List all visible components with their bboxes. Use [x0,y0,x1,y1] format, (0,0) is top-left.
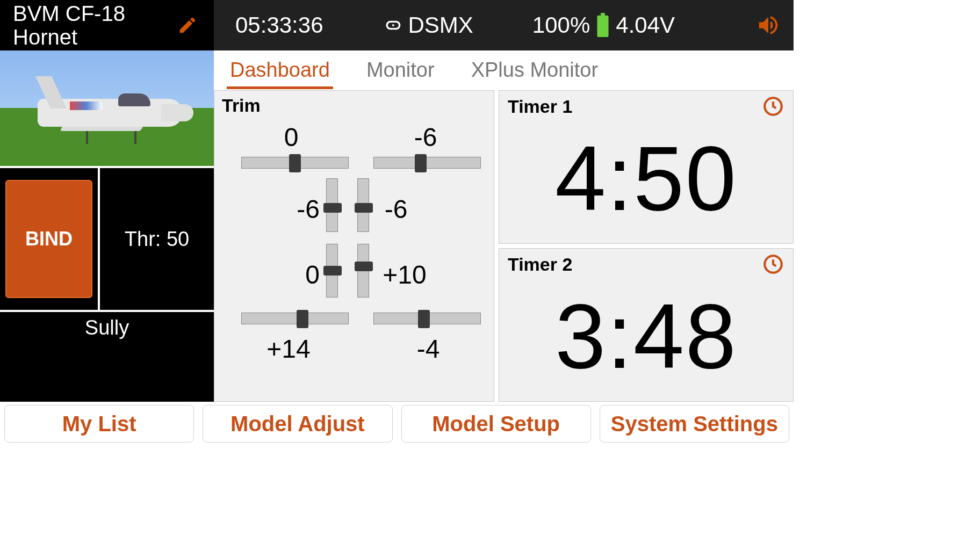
status-bar: BVM CF-18 Hornet 05:33:36 DSMX 100% 4.04… [0,0,794,50]
model-name: BVM CF-18 Hornet [13,2,125,49]
system-time: 05:33:36 [235,12,323,38]
battery-status: 100% 4.04V [532,12,675,38]
timer-2-value: 3:48 [508,276,784,397]
left-sidebar: BIND Thr: 50 Sully [0,50,214,402]
clock-icon[interactable] [762,253,784,276]
throttle-readout: Thr: 50 [100,168,214,310]
link-icon [383,15,404,36]
trim-slider-h1[interactable] [241,157,349,169]
tab-label: XPlus Monitor [471,59,599,81]
throttle-value: Thr: 50 [125,228,189,251]
svg-rect-1 [601,13,605,16]
rf-link: DSMX [383,12,473,38]
bind-label: BIND [25,228,73,250]
trim-value-top-right: -6 [404,122,447,152]
battery-voltage: 4.04V [616,12,675,38]
pencil-icon[interactable] [177,15,198,35]
tab-bar: Dashboard Monitor XPlus Monitor [214,50,794,90]
trim-slider-v4[interactable] [357,244,369,298]
pilot-name: Sully [85,316,129,339]
rf-protocol: DSMX [408,12,473,38]
timer-1-title: Timer 1 [508,96,572,117]
trim-slider-h2[interactable] [373,157,481,169]
trim-value-mid-upper-right: -6 [378,194,414,224]
bind-button[interactable]: BIND [5,180,92,298]
battery-icon [595,13,610,38]
footer-nav: My List Model Adjust Model Setup System … [0,402,794,446]
trim-value-mid-lower-right: +10 [378,260,431,289]
transmitter-screen: BVM CF-18 Hornet 05:33:36 DSMX 100% 4.04… [0,0,794,446]
footer-model-adjust[interactable]: Model Adjust [203,405,392,443]
footer-my-list[interactable]: My List [4,405,194,443]
tab-xplus-monitor[interactable]: XPlus Monitor [468,51,602,89]
trim-slider-h3[interactable] [241,313,349,324]
tab-label: Monitor [366,59,435,81]
footer-label: My List [62,412,136,436]
footer-model-setup[interactable]: Model Setup [401,405,591,443]
model-name-box[interactable]: BVM CF-18 Hornet [0,0,214,50]
footer-label: Model Adjust [230,412,365,436]
timer-2-title: Timer 2 [508,254,572,275]
footer-label: System Settings [611,412,778,436]
timer-2-panel[interactable]: Timer 2 3:48 [499,248,794,402]
svg-rect-0 [598,16,608,37]
tab-dashboard[interactable]: Dashboard [227,51,333,89]
clock-icon[interactable] [762,95,784,118]
trim-slider-h4[interactable] [373,313,481,324]
model-image[interactable] [0,50,214,166]
tab-monitor[interactable]: Monitor [363,51,438,89]
trim-slider-v2[interactable] [357,178,369,232]
trim-title: Trim [222,95,489,116]
trim-panel: Trim 0 -6 -6 -6 0 +10 [214,90,494,402]
speaker-icon[interactable] [756,13,781,38]
trim-value-mid-upper-left: -6 [283,194,320,224]
timer-1-value: 4:50 [508,118,784,239]
trim-slider-v1[interactable] [326,178,338,232]
trim-slider-v3[interactable] [326,244,338,298]
timer-1-panel[interactable]: Timer 1 4:50 [499,90,794,244]
trim-value-bottom-left: +14 [256,334,321,364]
battery-percent: 100% [532,12,590,38]
trim-value-top-left: 0 [270,122,313,152]
tab-label: Dashboard [230,59,330,81]
pilot-name-bar[interactable]: Sully [0,310,214,343]
trim-value-mid-lower-left: 0 [289,260,320,289]
footer-system-settings[interactable]: System Settings [600,405,789,443]
trim-value-bottom-right: -4 [407,334,450,364]
footer-label: Model Setup [432,412,560,436]
